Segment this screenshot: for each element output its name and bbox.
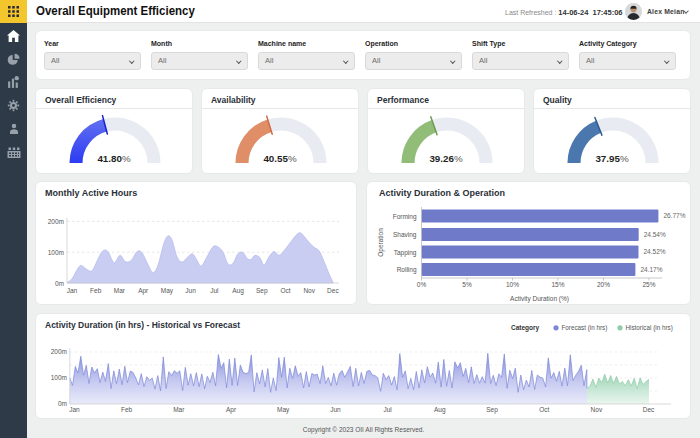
svg-text:Sep: Sep bbox=[486, 406, 498, 414]
svg-text:Nov: Nov bbox=[303, 287, 315, 294]
svg-text:24.54%: 24.54% bbox=[644, 231, 666, 238]
svg-text:10%: 10% bbox=[506, 281, 519, 288]
svg-text:200m: 200m bbox=[48, 218, 64, 225]
svg-text:Jun: Jun bbox=[330, 406, 341, 413]
svg-text:Jun: Jun bbox=[185, 287, 196, 294]
svg-text:May: May bbox=[161, 287, 174, 295]
svg-text:Jan: Jan bbox=[69, 406, 80, 413]
svg-text:Historical (in hrs): Historical (in hrs) bbox=[626, 324, 673, 332]
svg-text:25%: 25% bbox=[642, 281, 655, 288]
svg-text:Shaving: Shaving bbox=[393, 231, 417, 239]
svg-text:Feb: Feb bbox=[90, 287, 102, 294]
svg-text:Aug: Aug bbox=[232, 287, 244, 295]
svg-text:Jul: Jul bbox=[210, 287, 219, 294]
svg-text:Jan: Jan bbox=[67, 287, 78, 294]
svg-text:200m: 200m bbox=[51, 348, 67, 355]
svg-text:Apr: Apr bbox=[138, 287, 149, 295]
svg-text:5%: 5% bbox=[462, 281, 472, 288]
svg-text:100m: 100m bbox=[48, 249, 64, 256]
svg-text:Oct: Oct bbox=[539, 406, 549, 413]
svg-text:100m: 100m bbox=[51, 374, 67, 381]
svg-text:0m: 0m bbox=[58, 400, 67, 407]
svg-text:Activity Duration (%): Activity Duration (%) bbox=[510, 295, 569, 303]
svg-text:Apr: Apr bbox=[226, 406, 237, 414]
svg-text:24.52%: 24.52% bbox=[644, 248, 666, 255]
svg-text:Operation: Operation bbox=[377, 228, 385, 257]
svg-text:Sep: Sep bbox=[256, 287, 268, 295]
svg-text:26.77%: 26.77% bbox=[663, 212, 685, 219]
svg-text:Mar: Mar bbox=[173, 406, 185, 413]
svg-text:15%: 15% bbox=[551, 281, 564, 288]
svg-text:20%: 20% bbox=[597, 281, 610, 288]
svg-text:0%: 0% bbox=[417, 281, 427, 288]
svg-text:Rolling: Rolling bbox=[397, 266, 417, 274]
svg-text:Jul: Jul bbox=[383, 406, 392, 413]
svg-text:Mar: Mar bbox=[114, 287, 126, 294]
svg-text:Nov: Nov bbox=[591, 406, 603, 413]
svg-text:Aug: Aug bbox=[434, 406, 446, 414]
svg-text:Oct: Oct bbox=[280, 287, 290, 294]
svg-text:Forming: Forming bbox=[393, 213, 417, 221]
svg-text:Tapping: Tapping bbox=[394, 249, 417, 257]
svg-text:Dec: Dec bbox=[643, 406, 655, 413]
svg-text:Feb: Feb bbox=[121, 406, 133, 413]
svg-text:Forecast (in hrs): Forecast (in hrs) bbox=[562, 324, 608, 332]
svg-text:Dec: Dec bbox=[327, 287, 339, 294]
svg-text:Category: Category bbox=[511, 324, 540, 332]
svg-text:0m: 0m bbox=[55, 280, 64, 287]
svg-text:May: May bbox=[277, 406, 290, 414]
svg-text:24.17%: 24.17% bbox=[640, 266, 662, 273]
